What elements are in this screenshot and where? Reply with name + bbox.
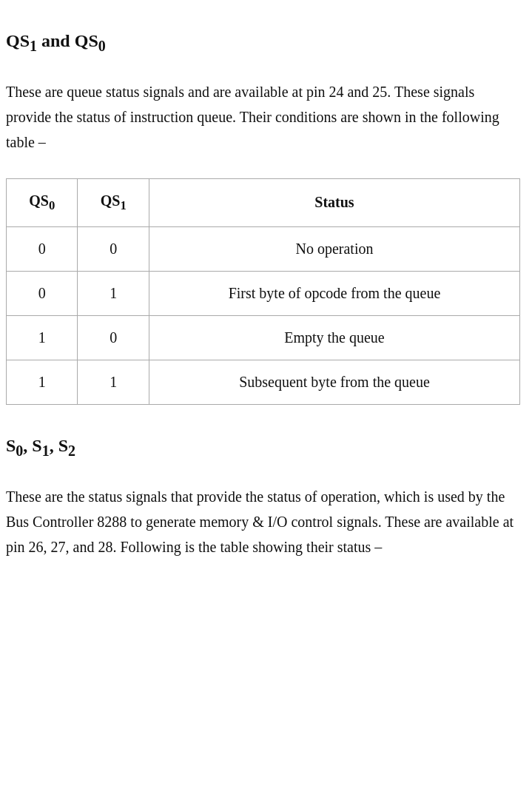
table-row: 1 1 Subsequent byte from the queue — [7, 360, 520, 404]
section2-title: S0, S1, S2 — [6, 434, 520, 460]
qs-table: QS0 QS1 Status 0 0 No operation 0 1 Firs… — [6, 178, 520, 405]
cell-status-row1: No operation — [149, 226, 519, 271]
cell-status-row2: First byte of opcode from the queue — [149, 271, 519, 315]
cell-qs0-row3: 1 — [7, 315, 78, 360]
cell-status-row4: Subsequent byte from the queue — [149, 360, 519, 404]
cell-qs1-row3: 0 — [78, 315, 149, 360]
cell-qs0-row4: 1 — [7, 360, 78, 404]
title-qs: QS — [6, 31, 30, 50]
table-row: 1 0 Empty the queue — [7, 315, 520, 360]
table-row: 0 1 First byte of opcode from the queue — [7, 271, 520, 315]
cell-qs1-row2: 1 — [78, 271, 149, 315]
title-and: and QS — [37, 31, 98, 50]
cell-qs0-row1: 0 — [7, 226, 78, 271]
cell-qs0-row2: 0 — [7, 271, 78, 315]
intro-paragraph: These are queue status signals and are a… — [6, 79, 520, 155]
col-header-status: Status — [149, 178, 519, 226]
page-title: QS1 and QS0 — [6, 30, 520, 56]
table-header-row: QS0 QS1 Status — [7, 178, 520, 226]
col-header-qs0: QS0 — [7, 178, 78, 226]
col-header-qs1: QS1 — [78, 178, 149, 226]
table-row: 0 0 No operation — [7, 226, 520, 271]
title-sub2: 0 — [98, 38, 106, 54]
cell-qs1-row4: 1 — [78, 360, 149, 404]
cell-qs1-row1: 0 — [78, 226, 149, 271]
section2-paragraph: These are the status signals that provid… — [6, 484, 520, 559]
title-sub1: 1 — [30, 38, 37, 54]
cell-status-row3: Empty the queue — [149, 315, 519, 360]
